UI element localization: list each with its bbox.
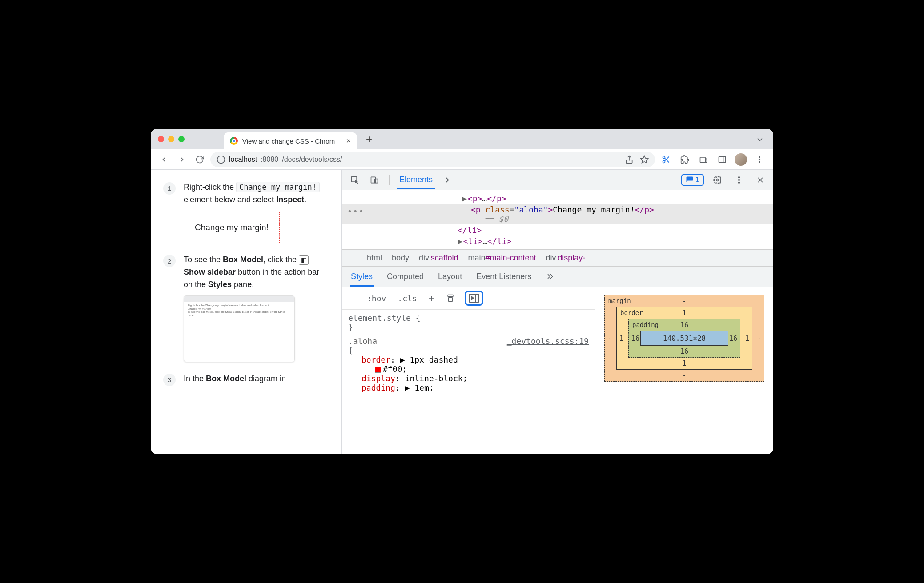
scissors-icon[interactable] [659, 152, 674, 167]
box-margin[interactable]: margin - - - - border 1 1 1 1 padding [604, 295, 764, 382]
device-toolbar-icon[interactable] [367, 172, 382, 188]
dom-node[interactable]: ▶<li>…</li> [342, 236, 773, 247]
box-model-diagram[interactable]: margin - - - - border 1 1 1 1 padding [595, 287, 773, 454]
step1-bold: Inspect [276, 195, 304, 204]
copy-styles-icon[interactable] [444, 293, 457, 303]
minimize-window-button[interactable] [168, 136, 174, 142]
show-sidebar-button[interactable] [465, 291, 483, 306]
breadcrumb-item[interactable]: div.display- [546, 253, 586, 263]
rule-header[interactable]: .aloha _devtools.scss:19 [348, 336, 589, 346]
address-bar[interactable]: localhost:8080/docs/devtools/css/ [210, 152, 655, 167]
border-bottom[interactable]: 1 [682, 359, 686, 367]
element-style-rule[interactable]: element.style { } [348, 313, 589, 332]
content-area: 1 Right-click the Change my margin! elem… [151, 170, 773, 454]
browser-tab[interactable]: View and change CSS - Chrom × [224, 132, 357, 149]
css-property[interactable]: padding: ▶ 1em; [348, 383, 589, 392]
maximize-window-button[interactable] [178, 136, 185, 142]
tab-event-listeners[interactable]: Event Listeners [475, 267, 532, 287]
browser-window: View and change CSS - Chrom × + localhos… [151, 129, 773, 454]
extensions-icon[interactable] [677, 152, 692, 167]
devtools-toolbar: Elements 1 [342, 170, 773, 190]
dom-node[interactable]: </li> [342, 224, 773, 236]
border-left[interactable]: 1 [619, 335, 623, 343]
styles-rules[interactable]: element.style { } .aloha _devtools.scss:… [342, 310, 595, 396]
step1-text-c: . [304, 195, 306, 204]
chrome-menu-button[interactable] [752, 152, 767, 167]
devtools-menu-icon[interactable] [731, 172, 747, 188]
dom-node-selected[interactable]: ••• <p class="aloha">Change my margin!</… [342, 204, 773, 224]
tab-layout[interactable]: Layout [437, 267, 463, 287]
step-number: 1 [163, 182, 176, 195]
breadcrumb-item[interactable]: div.scaffold [419, 253, 458, 263]
screenshot-thumbnail[interactable]: Right-click the Change my margin! elemen… [184, 295, 295, 362]
share-icon[interactable] [625, 155, 634, 164]
svg-point-5 [663, 156, 665, 158]
svg-line-8 [667, 160, 669, 163]
margin-right[interactable]: - [757, 335, 761, 343]
breadcrumb-item[interactable]: html [367, 253, 382, 263]
border-right[interactable]: 1 [745, 335, 749, 343]
settings-icon[interactable] [710, 172, 725, 188]
hov-toggle[interactable]: :hov [365, 293, 388, 304]
new-tab-button[interactable]: + [362, 132, 376, 146]
border-label: border [620, 309, 643, 316]
svg-rect-26 [449, 297, 452, 301]
site-info-icon[interactable] [217, 155, 225, 164]
padding-bottom[interactable]: 16 [680, 347, 688, 355]
new-style-rule-button[interactable]: + [427, 292, 436, 305]
svg-point-14 [759, 159, 760, 160]
margin-left[interactable]: - [607, 335, 611, 343]
svg-marker-4 [641, 156, 648, 163]
tabs-menu-button[interactable] [755, 135, 764, 144]
padding-top[interactable]: 16 [680, 321, 688, 329]
forward-button[interactable] [175, 152, 189, 167]
reload-button[interactable] [193, 152, 207, 167]
tab-styles[interactable]: Styles [350, 267, 374, 287]
more-tabs-button[interactable] [440, 172, 455, 188]
change-my-margin-target[interactable]: Change my margin! [184, 212, 280, 243]
issues-badge[interactable]: 1 [681, 174, 704, 186]
bookmark-icon[interactable] [640, 155, 649, 164]
close-devtools-icon[interactable] [753, 172, 768, 188]
inspect-element-icon[interactable] [347, 172, 362, 188]
tab-computed[interactable]: Computed [386, 267, 425, 287]
box-padding[interactable]: padding 16 16 16 16 140.531×28 [628, 319, 740, 358]
step1-text-b: element below and select [184, 195, 276, 204]
media-icon[interactable] [696, 152, 711, 167]
color-swatch[interactable] [375, 367, 381, 373]
css-property-value[interactable]: #f00; [348, 364, 589, 374]
dom-node[interactable]: ▶<p>…</p> [342, 193, 773, 204]
padding-left[interactable]: 16 [631, 335, 639, 343]
breadcrumb-item[interactable]: body [392, 253, 409, 263]
more-styles-tabs[interactable] [545, 267, 555, 287]
profile-avatar[interactable] [733, 152, 748, 167]
step-3: 3 In the Box Model diagram in [163, 373, 329, 386]
box-border[interactable]: border 1 1 1 1 padding 16 16 16 16 [616, 307, 752, 370]
padding-right[interactable]: 16 [729, 335, 737, 343]
side-panel-icon[interactable] [715, 152, 730, 167]
margin-bottom[interactable]: - [682, 371, 686, 379]
dom-tree[interactable]: ▶<p>…</p> ••• <p class="aloha">Change my… [342, 190, 773, 250]
back-button[interactable] [157, 152, 171, 167]
step-number: 2 [163, 255, 176, 267]
close-tab-button[interactable]: × [346, 136, 351, 146]
breadcrumb-overflow-right[interactable]: … [595, 253, 604, 263]
styles-tabbar: Styles Computed Layout Event Listeners [342, 267, 773, 287]
cls-toggle[interactable]: .cls [396, 293, 418, 304]
devtools-panel: Elements 1 [342, 170, 773, 454]
breadcrumb: … html body div.scaffold main#main-conte… [342, 250, 773, 267]
svg-rect-10 [700, 157, 706, 163]
close-window-button[interactable] [158, 136, 164, 142]
box-content[interactable]: 140.531×28 [640, 331, 728, 346]
elements-tab[interactable]: Elements [397, 171, 435, 189]
source-link[interactable]: _devtools.scss:19 [507, 336, 589, 346]
breadcrumb-overflow-left[interactable]: … [348, 253, 357, 263]
css-property[interactable]: border: ▶ 1px dashed [348, 355, 589, 364]
css-property[interactable]: display: inline-block; [348, 374, 589, 383]
step2-text-a: To see the [184, 255, 223, 264]
margin-top[interactable]: - [682, 297, 686, 305]
border-top[interactable]: 1 [682, 309, 686, 317]
breadcrumb-item[interactable]: main#main-content [468, 253, 536, 263]
dom-overflow-icon[interactable]: ••• [347, 207, 365, 216]
svg-point-13 [759, 156, 760, 157]
